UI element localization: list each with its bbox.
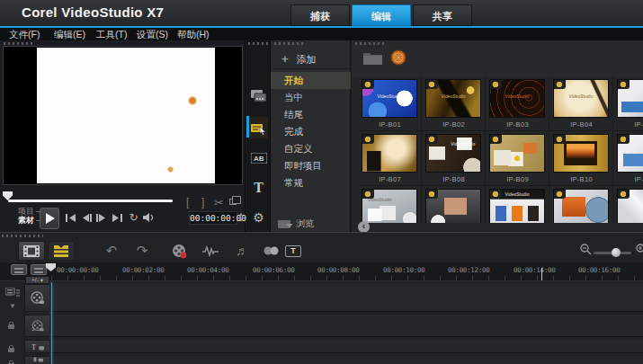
lock-icon[interactable] xyxy=(8,345,14,352)
panel-drag-handle[interactable] xyxy=(4,42,34,45)
add-category-button[interactable]: +添加 xyxy=(281,52,317,67)
media-library-icon[interactable] xyxy=(249,85,268,105)
mark-in-icon[interactable]: [ xyxy=(186,196,189,209)
auto-music-icon[interactable]: ♬ xyxy=(232,241,252,261)
category-item-general[interactable]: 常规 xyxy=(271,174,351,191)
undo-button[interactable]: ↶ xyxy=(102,241,121,261)
instant-project-badge-icon[interactable] xyxy=(390,49,406,66)
play-button[interactable] xyxy=(40,208,59,229)
gallery-item[interactable]: VideoStudio IP-B08 xyxy=(422,131,486,186)
category-item-ending[interactable]: 结尾 xyxy=(271,106,351,123)
gallery-item[interactable]: IP-B07 xyxy=(358,131,422,186)
zoom-in-icon[interactable] xyxy=(636,244,643,255)
title-track-header[interactable]: T xyxy=(24,340,50,353)
gallery-item[interactable]: VideoStudio IP-B04 xyxy=(549,76,613,131)
volume-button[interactable] xyxy=(142,211,156,224)
enlarge-icon[interactable] xyxy=(229,199,237,205)
home-button[interactable] xyxy=(64,211,77,224)
title-track-lane[interactable] xyxy=(50,340,643,353)
category-item-middle[interactable]: 当中 xyxy=(271,89,351,106)
timeline-playhead-line[interactable] xyxy=(51,282,52,364)
gallery-item[interactable] xyxy=(422,186,486,223)
timeline-view-button[interactable] xyxy=(48,241,75,261)
import-icon xyxy=(278,220,290,228)
gallery-item[interactable] xyxy=(613,186,643,223)
previous-frame-button[interactable] xyxy=(80,211,94,224)
time-ruler[interactable]: 00:00:00:00 00:00:02:00 00:00:04:00 00:0… xyxy=(0,262,643,281)
end-button[interactable] xyxy=(111,211,124,224)
gallery-item[interactable]: IP-B11 xyxy=(613,131,643,186)
template-thumbnail xyxy=(362,134,417,173)
menu-edit[interactable]: 编辑(E) xyxy=(54,29,85,41)
plus-icon: + xyxy=(281,52,289,66)
template-badge-icon xyxy=(362,190,374,199)
cut-scissors-icon[interactable]: ✂ xyxy=(214,196,224,209)
category-item-instant-project[interactable]: 即时项目 xyxy=(271,157,351,174)
sound-mixer-icon[interactable] xyxy=(201,241,220,261)
gallery-item[interactable]: VideoStudio IP-B02 xyxy=(422,76,486,131)
chevron-down-icon[interactable]: ▼ xyxy=(9,302,16,310)
graphics-icon[interactable]: ⚙ xyxy=(249,208,268,227)
zoom-slider-thumb[interactable] xyxy=(612,248,621,257)
timecode-spinner[interactable]: ▲▼ xyxy=(238,211,244,224)
template-thumbnail xyxy=(489,134,545,173)
ruler-label: 00:00:12:00 xyxy=(448,266,489,274)
voice-track-lane[interactable] xyxy=(50,356,643,364)
track-view-alt-icon[interactable] xyxy=(31,264,47,275)
track-manager-icon[interactable] xyxy=(5,288,20,298)
template-badge-icon xyxy=(618,190,630,199)
mark-out-icon[interactable]: ] xyxy=(201,196,204,209)
gallery-scrollbar[interactable]: ‹ xyxy=(352,223,643,232)
redo-button[interactable]: ↷ xyxy=(132,241,152,261)
videostudio-window: Corel VideoStudio X7 捕获 编辑 共享 文件(F) 编辑(E… xyxy=(0,0,643,364)
video-track-header[interactable] xyxy=(24,284,50,312)
gallery-item[interactable]: IP-B09 xyxy=(486,131,549,186)
scrubber-bar[interactable] xyxy=(8,200,173,202)
voice-track-header[interactable] xyxy=(24,356,50,364)
menu-settings[interactable]: 设置(S) xyxy=(137,29,168,41)
instant-project-icon[interactable] xyxy=(249,117,268,138)
gallery-item[interactable]: VideoStudio IP-B03 xyxy=(486,76,549,131)
menu-tools[interactable]: 工具(T) xyxy=(96,29,127,41)
category-item-start[interactable]: 开始 xyxy=(271,72,351,89)
repeat-button[interactable]: ↻ xyxy=(127,211,140,224)
track-view-icon[interactable] xyxy=(11,264,27,275)
storyboard-view-button[interactable] xyxy=(18,241,45,261)
record-capture-icon[interactable] xyxy=(169,241,189,261)
lock-icon[interactable] xyxy=(8,322,14,329)
gallery-item[interactable]: VideoStudio xyxy=(358,186,422,223)
panel-drag-handle[interactable] xyxy=(2,235,43,237)
menu-help[interactable]: 帮助(H) xyxy=(177,29,210,41)
track-editor-button[interactable]: T xyxy=(283,241,303,261)
gallery-item[interactable]: VideoStudio IP-B01 xyxy=(358,76,422,131)
overlay-track-lane[interactable] xyxy=(50,315,643,337)
panel-drag-handle[interactable] xyxy=(274,42,305,45)
gallery-item[interactable]: VideoStudio xyxy=(486,186,549,223)
tab-share[interactable]: 共享 xyxy=(413,4,472,26)
tab-capture[interactable]: 捕获 xyxy=(290,4,350,26)
video-track-lane[interactable] xyxy=(50,284,643,312)
browse-button[interactable]: 浏览 xyxy=(278,218,314,230)
template-badge-icon xyxy=(362,135,374,144)
timecode-field[interactable]: 00:00:00:00 xyxy=(189,211,237,225)
ripple-edit-icon[interactable] xyxy=(262,241,281,261)
menu-file[interactable]: 文件(F) xyxy=(9,29,40,41)
category-item-custom[interactable]: 自定义 xyxy=(271,140,351,157)
tab-edit[interactable]: 编辑 xyxy=(352,4,411,26)
preview-dot-small xyxy=(167,166,174,173)
timeline-playhead-marker[interactable] xyxy=(46,263,56,271)
gallery-item[interactable]: IP-B05 xyxy=(613,76,643,131)
folder-icon[interactable] xyxy=(363,51,382,65)
overlay-track-header[interactable]: 1 xyxy=(24,315,50,337)
gallery-item[interactable] xyxy=(549,186,613,223)
gallery-item[interactable]: IP-B10 xyxy=(549,131,613,186)
title-icon[interactable]: T xyxy=(249,178,268,198)
lock-icon[interactable] xyxy=(8,360,14,364)
panel-drag-handle[interactable] xyxy=(248,42,268,45)
next-frame-button[interactable] xyxy=(94,211,108,224)
zoom-out-icon[interactable] xyxy=(580,244,592,255)
transition-icon[interactable]: AB xyxy=(249,148,268,168)
mode-clip-label[interactable]: 素材 xyxy=(18,215,41,226)
panel-drag-handle[interactable] xyxy=(355,42,386,45)
category-item-complete[interactable]: 完成 xyxy=(271,123,351,140)
